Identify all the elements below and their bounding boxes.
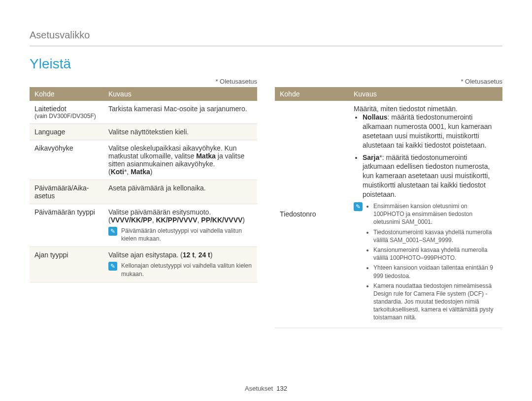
text: ) — [210, 251, 213, 259]
row-label: Language — [30, 124, 103, 140]
footer: Asetukset 132 — [0, 385, 532, 392]
note-icon — [108, 262, 117, 271]
row-value: Määritä, miten tiedostot nimetään. Nolla… — [349, 101, 502, 328]
text: : määritä tiedostonumerointi jatkumaan e… — [363, 154, 490, 199]
bold-text: Matka — [196, 152, 216, 160]
footer-section: Asetukset — [245, 385, 273, 392]
option: KK/PP/VVVV — [156, 216, 197, 224]
options-close: ) — [242, 216, 245, 224]
settings-table-right: Kohde Kuvaus Tiedostonro Määritä, miten … — [275, 87, 502, 328]
table-row: Päivämäärän tyyppi Valitse päivämäärän e… — [30, 204, 257, 247]
sep: , — [127, 168, 131, 176]
note-text: Kellonajan oletustyyppi voi vaihdella va… — [121, 262, 252, 278]
options-close: ) — [150, 168, 153, 176]
table-row: Tiedostonro Määritä, miten tiedostot nim… — [275, 101, 502, 328]
page-title: Yleistä — [30, 56, 502, 72]
th-kuvaus: Kuvaus — [349, 87, 502, 101]
note-item: Kamera noudattaa tiedostojen nimeämisess… — [373, 282, 498, 322]
th-kuvaus: Kuvaus — [103, 87, 257, 101]
default-note-left: * Oletusasetus — [30, 78, 257, 85]
footer-page: 132 — [276, 385, 287, 392]
note-text: Päivämäärän oletustyyppi voi vaihdella v… — [121, 227, 252, 243]
row-value: Valitse ajan esitystapa. (12 t, 24 t) Ke… — [103, 247, 257, 282]
text: Valitse ajan esitystapa. ( — [108, 251, 183, 259]
note-list: Ensimmäisen kansion oletusnimi on 100PHO… — [366, 202, 498, 324]
note-item: Ensimmäisen kansion oletusnimi on 100PHO… — [373, 202, 498, 226]
row-label: Aikavyöhyke — [30, 140, 103, 180]
settings-table-left: Kohde Kuvaus Laitetiedot (vain DV300F/DV… — [30, 87, 257, 282]
row-label: Tiedostonro — [275, 101, 349, 328]
note-item: Kansionumerointi kasvaa yhdellä numeroll… — [373, 246, 498, 262]
note-item: Yhteen kansioon voidaan tallentaa enintä… — [373, 264, 498, 279]
option-label: Sarja — [363, 154, 379, 161]
note-icon — [108, 227, 117, 236]
divider — [30, 46, 502, 46]
text: Valitse päivämäärän esitysmuoto. — [108, 208, 252, 216]
option: Koti — [111, 168, 124, 176]
row-label: Päivämäärä/Aika-asetus — [30, 180, 103, 204]
row-label: Laitetiedot — [34, 105, 99, 113]
list-item: Sarja*: määritä tiedostonumerointi jatku… — [363, 153, 498, 199]
option: PP/KK/VVVV — [201, 216, 242, 224]
row-value: Valitse oleskelupaikkasi aikavyöhyke. Ku… — [103, 140, 257, 180]
default-note-right: * Oletusasetus — [275, 78, 502, 85]
option: VVVV/KK/PP — [111, 216, 152, 224]
row-value: Valitse päivämäärän esitysmuoto. (VVVV/K… — [103, 204, 257, 247]
option: 12 t — [183, 251, 195, 259]
table-row: Ajan tyyppi Valitse ajan esitystapa. (12… — [30, 247, 257, 282]
table-row: Aikavyöhyke Valitse oleskelupaikkasi aik… — [30, 140, 257, 180]
row-value: Aseta päivämäärä ja kellonaika. — [103, 180, 257, 204]
breadcrumb: Asetusvalikko — [30, 30, 502, 41]
row-value: Valitse näyttötekstien kieli. — [103, 124, 257, 140]
option: 24 t — [199, 251, 210, 259]
note-icon — [354, 202, 363, 211]
option-label: Nollaus — [363, 113, 388, 121]
row-label: Ajan tyyppi — [30, 247, 103, 282]
row-label: Päivämäärän tyyppi — [30, 204, 103, 247]
row-value: Tarkista kamerasi Mac-osoite ja sarjanum… — [103, 101, 257, 124]
option: Matka — [131, 168, 150, 176]
table-row: Laitetiedot (vain DV300F/DV305F) Tarkist… — [30, 101, 257, 124]
th-kohde: Kohde — [275, 87, 349, 101]
sep: , — [195, 251, 199, 259]
intro-text: Määritä, miten tiedostot nimetään. — [354, 105, 498, 113]
th-kohde: Kohde — [30, 87, 103, 101]
row-label-sub: (vain DV300F/DV305F) — [34, 113, 99, 120]
note-item: Tiedostonumerointi kasvaa yhdellä numero… — [373, 228, 498, 244]
table-row: Language Valitse näyttötekstien kieli. — [30, 124, 257, 140]
table-row: Päivämäärä/Aika-asetus Aseta päivämäärä … — [30, 180, 257, 204]
list-item: Nollaus: määritä tiedostonumerointi alka… — [363, 113, 498, 150]
